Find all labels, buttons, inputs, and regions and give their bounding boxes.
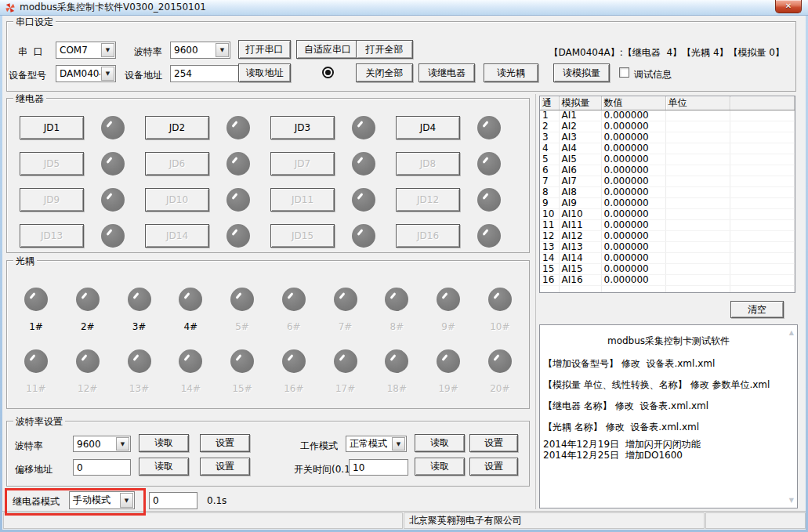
serial-port-select[interactable]: COM7 ▼ <box>56 42 116 59</box>
analog-table-row[interactable]: 2AI20.000000 <box>540 121 795 132</box>
read-relay-button[interactable]: 读继电器 <box>418 63 475 82</box>
analog-table-row[interactable]: 9AI90.000000 <box>540 198 795 209</box>
analog-table-row[interactable]: 8AI80.000000 <box>540 187 795 198</box>
analog-table-row[interactable]: 4AI40.000000 <box>540 143 795 154</box>
workmode-read-button[interactable]: 读取 <box>415 434 465 452</box>
chevron-down-icon[interactable]: ▼ <box>392 437 405 451</box>
analog-table-row[interactable]: 14AI140.000000 <box>540 253 795 264</box>
analog-table-header[interactable] <box>730 96 795 110</box>
relay-button-jd1[interactable]: JD1 <box>20 116 84 139</box>
offset-address-input[interactable] <box>73 459 131 476</box>
opto-channel: 12# <box>68 349 107 394</box>
auto-adapt-serial-button[interactable]: 自适应串口 <box>296 40 359 59</box>
opto-row-2: 11#12#13#14#15#16#17#18#19#20# <box>7 349 529 394</box>
relay-cell: JD6 <box>145 146 270 182</box>
offset-set-button[interactable]: 设置 <box>200 458 250 476</box>
device-address-input[interactable] <box>170 65 248 82</box>
relay-led-indicator <box>226 224 250 248</box>
opto-channel-label: 5# <box>235 321 249 332</box>
close-button[interactable]: ✕ <box>775 0 802 13</box>
debug-info-checkbox[interactable] <box>619 67 629 78</box>
read-analog-button[interactable]: 读模拟量 <box>553 63 610 82</box>
read-opto-button[interactable]: 读光耦 <box>484 63 538 82</box>
chevron-down-icon[interactable]: ▼ <box>216 43 229 57</box>
open-all-button[interactable]: 打开全部 <box>356 40 413 59</box>
analog-table-header[interactable]: 数值 <box>601 96 665 110</box>
chevron-down-icon[interactable]: ▼ <box>101 43 114 57</box>
clear-button[interactable]: 清空 <box>730 301 784 318</box>
analog-table-row[interactable]: 11AI110.000000 <box>540 220 795 231</box>
baud-set-button[interactable]: 设置 <box>200 434 250 452</box>
analog-table-row[interactable]: 7AI70.000000 <box>540 176 795 187</box>
analog-table-row[interactable]: 13AI130.000000 <box>540 242 795 253</box>
relay-button-jd8[interactable]: JD8 <box>396 152 460 176</box>
relay-led-indicator <box>477 116 501 139</box>
device-model-select[interactable]: DAM0404A ▼ <box>56 65 116 82</box>
relay-button-jd6[interactable]: JD6 <box>145 152 209 176</box>
relay-led-indicator <box>226 116 250 139</box>
relay-mode-select[interactable]: 手动模式 ▼ <box>69 491 135 509</box>
workmode-select[interactable]: 正常模式 ▼ <box>346 436 407 452</box>
opto-channel: 17# <box>326 349 365 394</box>
chevron-down-icon[interactable]: ▼ <box>120 493 133 508</box>
opto-channel-label: 6# <box>287 321 301 332</box>
analog-table-row[interactable]: 5AI50.000000 <box>540 154 795 165</box>
status-panel-right <box>705 512 806 529</box>
relay-button-jd14[interactable]: JD14 <box>145 224 209 248</box>
analog-table-header[interactable]: 单位 <box>665 96 730 110</box>
analog-table-row[interactable]: 10AI100.000000 <box>540 209 795 220</box>
baud-read-button[interactable]: 读取 <box>139 434 189 452</box>
relay-button-jd15[interactable]: JD15 <box>270 224 335 248</box>
scroll-down-icon[interactable]: ▼ <box>789 497 794 504</box>
switch-time-set-button[interactable]: 设置 <box>469 458 518 476</box>
analog-table-row[interactable]: 6AI60.000000 <box>540 165 795 176</box>
relay-button-jd10[interactable]: JD10 <box>145 188 209 212</box>
opto-channel-label: 11# <box>26 383 45 394</box>
analog-table-row[interactable]: 15AI150.000000 <box>540 264 795 275</box>
opto-channel-label: 4# <box>183 321 197 332</box>
relay-mode-time-input[interactable] <box>149 492 197 509</box>
title-bar[interactable]: modbus采集控制卡软件V0300_20150101 <box>0 0 808 16</box>
relay-button-jd4[interactable]: JD4 <box>396 116 460 139</box>
opto-led-indicator <box>179 349 202 373</box>
relay-button-jd9[interactable]: JD9 <box>20 188 84 212</box>
baud-select[interactable]: 9600 ▼ <box>73 436 131 452</box>
baudrate-select[interactable]: 9600 ▼ <box>170 42 230 59</box>
opto-channel: 15# <box>223 349 262 394</box>
app-icon <box>5 2 16 13</box>
opto-channel-label: 3# <box>132 321 147 332</box>
chevron-down-icon[interactable]: ▼ <box>116 437 129 451</box>
baud-label: 波特率 <box>15 440 43 453</box>
relay-button-jd16[interactable]: JD16 <box>396 224 460 248</box>
switch-time-read-button[interactable]: 读取 <box>415 458 465 476</box>
opto-led-indicator <box>488 349 512 373</box>
relay-led-indicator <box>352 224 375 248</box>
offset-read-button[interactable]: 读取 <box>139 458 189 476</box>
relay-button-jd5[interactable]: JD5 <box>20 152 84 176</box>
scroll-up-icon[interactable]: ▲ <box>789 329 794 336</box>
comm-status-indicator <box>322 67 334 78</box>
relay-button-jd3[interactable]: JD3 <box>270 116 335 139</box>
relay-button-jd2[interactable]: JD2 <box>145 116 209 139</box>
relay-cell: JD16 <box>396 218 521 254</box>
app-window: modbus采集控制卡软件V0300_20150101 ✕ 串口设定 串 口 C… <box>0 0 808 532</box>
relay-button-jd7[interactable]: JD7 <box>270 152 335 176</box>
workmode-set-button[interactable]: 设置 <box>469 434 518 452</box>
analog-table-row[interactable]: 3AI30.000000 <box>540 132 795 143</box>
analog-table-header[interactable]: 通 <box>540 96 559 110</box>
analog-table-header[interactable]: 模拟量 <box>559 96 601 110</box>
relay-button-jd11[interactable]: JD11 <box>270 188 335 212</box>
analog-table-row[interactable]: 12AI120.000000 <box>540 231 795 242</box>
read-address-button[interactable]: 读取地址 <box>238 63 291 82</box>
info-line: 【继电器 名称】 修改 设备表.xml.xml <box>543 400 794 411</box>
relay-led-indicator <box>101 152 125 176</box>
open-serial-button[interactable]: 打开串口 <box>238 40 291 59</box>
close-all-button[interactable]: 关闭全部 <box>356 63 413 82</box>
info-panel: modbus采集控制卡测试软件 【增加设备型号】 修改 设备表.xml.xml【… <box>539 324 798 508</box>
relay-button-jd13[interactable]: JD13 <box>20 224 84 248</box>
chevron-down-icon[interactable]: ▼ <box>101 67 114 81</box>
analog-table-row[interactable]: 16AI160.000000 <box>540 275 795 286</box>
switch-time-input[interactable] <box>349 459 408 476</box>
relay-button-jd12[interactable]: JD12 <box>396 188 460 212</box>
analog-table-row[interactable]: 1AI10.000000 <box>540 110 795 121</box>
